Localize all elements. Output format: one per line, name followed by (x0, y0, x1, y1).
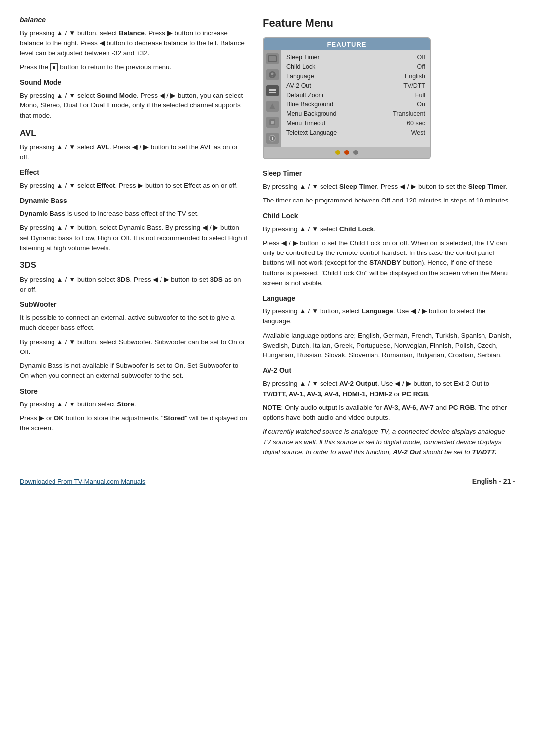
menu-icon-6 (266, 133, 279, 144)
language-heading: Language (263, 293, 515, 303)
svg-point-11 (272, 139, 273, 140)
subwoofer-p3: Dynamic Bass is not available if Subwoof… (20, 361, 248, 381)
dynamicbass-p1: Dynamic Bass is used to increase bass ef… (20, 209, 248, 219)
svg-rect-4 (269, 89, 276, 90)
store-p1: By pressing ▲ / ▼ button select Store. (20, 400, 248, 409)
menu-dot-yellow (335, 150, 340, 155)
balance-p1: By pressing ▲ / ▼ button, select Balance… (20, 28, 248, 58)
feature-menu-title: Feature Menu (263, 15, 515, 31)
menu-row-teletext-lang: Teletext LanguageWest (284, 128, 427, 137)
footer-link[interactable]: Downloaded From TV-Manual.com Manuals (20, 478, 145, 485)
child-lock-p2: Press ◀ / ▶ button to set the Child Lock… (263, 238, 515, 288)
sleep-timer-p2: The timer can be programmed between Off … (263, 196, 515, 205)
menu-bottom-bar (264, 147, 430, 158)
menu-row-default-zoom: Default ZoomFull (284, 90, 427, 100)
menu-dot-gray (353, 150, 358, 155)
menu-row-sleep-timer: Sleep TimerOff (284, 52, 427, 62)
subwoofer-p1: It is possible to connect an external, a… (20, 313, 248, 333)
menu-row-blue-bg: Blue BackgroundOn (284, 100, 427, 109)
av2out-p3: If currently watched source is analogue … (263, 427, 515, 457)
child-lock-heading: Child Lock (263, 211, 515, 221)
language-p1: By pressing ▲ / ▼ button, select Languag… (263, 306, 515, 327)
avl-p1: By pressing ▲ / ▼ select AVL. Press ◀ / … (20, 142, 248, 162)
footer: Downloaded From TV-Manual.com Manuals En… (20, 473, 515, 485)
subwoofer-heading: SubWoofer (20, 300, 248, 310)
child-lock-p1: By pressing ▲ / ▼ select Child Lock. (263, 224, 515, 234)
menu-icon-4 (266, 101, 279, 112)
soundmode-heading: Sound Mode (20, 77, 248, 88)
menu-icon-3 (266, 85, 279, 96)
menu-row-menu-timeout: Menu Timeout60 sec (284, 118, 427, 128)
subwoofer-p2: By pressing ▲ / ▼ button, select Subwoof… (20, 337, 248, 357)
av2out-heading: AV-2 Out (263, 365, 515, 376)
store-p2: Press ▶ or OK button to store the adjust… (20, 413, 248, 434)
effect-heading: Effect (20, 167, 248, 178)
sleep-timer-heading: Sleep Timer (263, 168, 515, 179)
menu-icon-5 (266, 117, 279, 128)
store-heading: Store (20, 386, 248, 397)
svg-point-3 (271, 73, 274, 75)
feature-menu-box: FEAUTURE (263, 37, 431, 159)
footer-lang-page: English - 21 - (472, 477, 515, 485)
svg-rect-5 (269, 90, 276, 91)
balance-p2: Press the ■ button to return to the prev… (20, 62, 248, 72)
effect-p1: By pressing ▲ / ▼ select Effect. Press ▶… (20, 181, 248, 191)
menu-row-menu-bg: Menu BackgroundTranslucent (284, 109, 427, 118)
av2out-p1: By pressing ▲ / ▼ select AV-2 Output. Us… (263, 379, 515, 399)
soundmode-p1: By pressing ▲ / ▼ select Sound Mode. Pre… (20, 91, 248, 121)
av2out-p2: NOTE: Only audio output is available for… (263, 403, 515, 423)
dynamicbass-p2: By pressing ▲ / ▼ button, select Dynamic… (20, 223, 248, 253)
sleep-timer-p1: By pressing ▲ / ▼ select Sleep Timer. Pr… (263, 182, 515, 192)
menu-dot-red (344, 150, 349, 155)
menu-row-child-lock: Child LockOff (284, 62, 427, 71)
right-column: Feature Menu FEAUTURE (263, 15, 515, 461)
balance-heading: balance (20, 15, 248, 25)
menu-rows: Sleep TimerOff Child LockOff LanguageEng… (281, 50, 430, 147)
menu-sidebar (264, 50, 281, 147)
menu-row-language: LanguageEnglish (284, 71, 427, 81)
3ds-p1: By pressing ▲ / ▼ button select 3DS. Pre… (20, 275, 248, 295)
3ds-heading: 3DS (20, 259, 248, 272)
menu-icon-2 (266, 69, 279, 80)
menu-row-av2out: AV-2 OutTV/DTT (284, 81, 427, 90)
svg-rect-8 (271, 121, 274, 124)
menu-icon-1 (266, 53, 279, 64)
dynamicbass-heading: Dynamic Bass (20, 196, 248, 206)
avl-heading: AVL (20, 127, 248, 140)
svg-rect-1 (269, 56, 276, 61)
left-column: balance By pressing ▲ / ▼ button, select… (20, 15, 248, 461)
svg-rect-6 (269, 92, 276, 93)
menu-header: FEAUTURE (264, 38, 430, 50)
language-p2: Available language options are; English,… (263, 331, 515, 361)
